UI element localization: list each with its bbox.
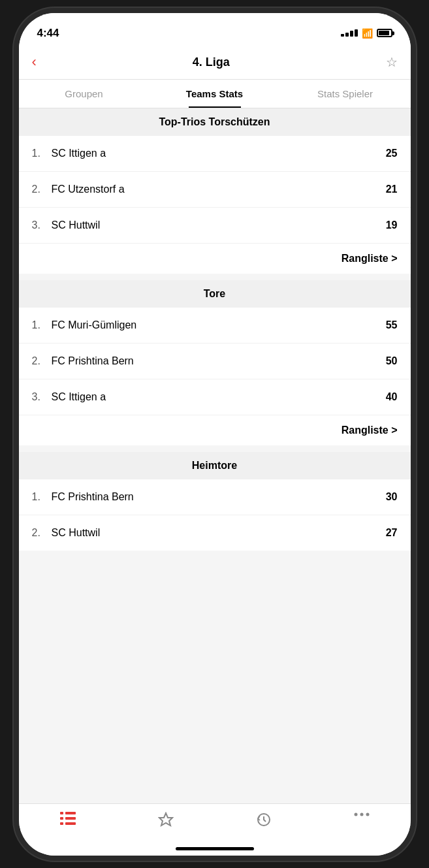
- section-header-tore: Tore: [19, 280, 411, 308]
- svg-rect-5: [65, 822, 76, 825]
- bottom-tab-favorites[interactable]: [146, 812, 185, 828]
- signal-dots-icon: [341, 29, 358, 37]
- svg-rect-2: [60, 817, 63, 820]
- bottom-tab-list[interactable]: [48, 812, 87, 825]
- status-time: 4:44: [37, 27, 59, 40]
- star-icon: [158, 812, 174, 828]
- section-top-trios: Top-Trios Torschützen 1. SC Ittigen a 25…: [19, 108, 411, 274]
- nav-bar: ‹ 4. Liga ☆: [19, 46, 411, 80]
- svg-point-8: [354, 812, 357, 816]
- list-item: 3. SC Huttwil 19: [19, 208, 411, 244]
- tab-teams-stats[interactable]: Teams Stats: [150, 80, 280, 108]
- section-tore: Tore 1. FC Muri-Gümligen 55 2. FC Prisht…: [19, 280, 411, 445]
- home-indicator: [176, 847, 254, 850]
- svg-point-10: [366, 812, 369, 816]
- list-item: 3. SC Ittigen a 40: [19, 379, 411, 415]
- tab-bar: Groupen Teams Stats Stats Spieler: [19, 80, 411, 108]
- bottom-tab-more[interactable]: [342, 812, 381, 817]
- list-icon: [60, 812, 76, 825]
- tab-stats-spieler[interactable]: Stats Spieler: [280, 80, 411, 108]
- list-item: 2. SC Huttwil 27: [19, 515, 411, 551]
- rangliste-link-top-trios[interactable]: Rangliste >: [19, 244, 411, 274]
- back-button[interactable]: ‹: [32, 54, 37, 71]
- list-item: 2. FC Utzenstorf a 21: [19, 172, 411, 208]
- more-icon: [354, 812, 370, 817]
- status-icons: 📶: [341, 28, 392, 39]
- history-icon: [256, 812, 272, 828]
- section-header-top-trios: Top-Trios Torschützen: [19, 108, 411, 136]
- svg-rect-1: [65, 812, 76, 814]
- svg-rect-0: [60, 812, 63, 814]
- svg-marker-6: [159, 813, 172, 826]
- status-bar: 4:44 📶: [19, 13, 411, 46]
- phone-frame: 4:44 📶 ‹ 4. Liga ☆ Groupen Teams Stats: [19, 13, 411, 856]
- rangliste-link-tore[interactable]: Rangliste >: [19, 415, 411, 445]
- battery-icon: [377, 29, 392, 37]
- favorite-button[interactable]: ☆: [386, 54, 398, 70]
- nav-title: 4. Liga: [193, 56, 230, 69]
- content-area: Top-Trios Torschützen 1. SC Ittigen a 25…: [19, 108, 411, 816]
- svg-point-9: [360, 812, 363, 816]
- section-header-heimtore: Heimtore: [19, 452, 411, 479]
- list-item: 1. SC Ittigen a 25: [19, 136, 411, 172]
- tab-groupen[interactable]: Groupen: [19, 80, 150, 108]
- list-item: 2. FC Prishtina Bern 50: [19, 344, 411, 379]
- wifi-icon: 📶: [362, 28, 373, 39]
- list-item: 1. FC Prishtina Bern 30: [19, 479, 411, 515]
- bottom-tab-history[interactable]: [244, 812, 283, 828]
- svg-rect-3: [65, 817, 76, 820]
- svg-rect-4: [60, 822, 63, 825]
- section-heimtore: Heimtore 1. FC Prishtina Bern 30 2. SC H…: [19, 452, 411, 551]
- list-item: 1. FC Muri-Gümligen 55: [19, 308, 411, 344]
